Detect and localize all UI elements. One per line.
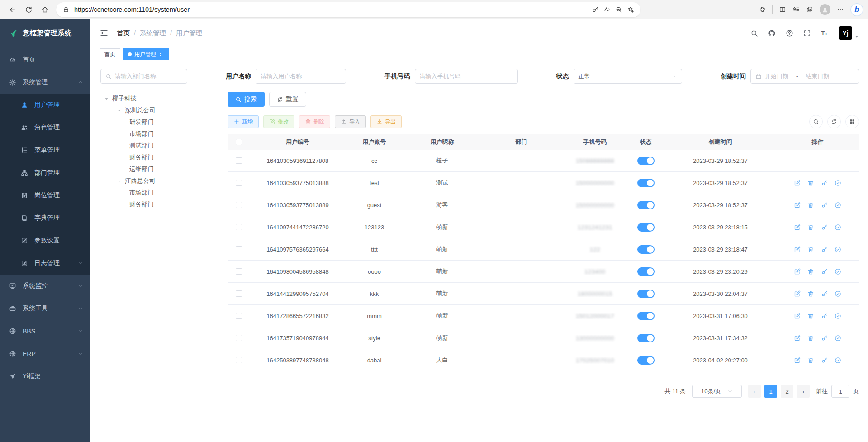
tree-node[interactable]: 深圳总公司 [100, 105, 228, 116]
sidebar-item[interactable]: 用户管理 [0, 94, 90, 116]
row-checkbox[interactable] [236, 290, 242, 297]
status-select[interactable]: 正常 [574, 69, 682, 84]
caret-down-icon[interactable] [117, 179, 122, 184]
sidebar-item[interactable]: 日志管理 [0, 252, 90, 275]
search-button[interactable]: 搜索 [228, 92, 265, 107]
edit-icon[interactable] [794, 268, 801, 275]
edit-icon[interactable] [794, 180, 801, 186]
status-toggle[interactable] [637, 157, 655, 165]
check-circle-icon[interactable] [835, 290, 841, 297]
delete-icon[interactable] [807, 357, 814, 364]
page-tab[interactable]: 首页 [100, 48, 120, 60]
breadcrumb-item[interactable]: 系统管理 [140, 29, 166, 38]
row-checkbox[interactable] [236, 246, 242, 252]
status-toggle[interactable] [637, 356, 655, 365]
tree-node[interactable]: 江西总公司 [100, 175, 228, 187]
modify-button[interactable]: 修改 [263, 115, 294, 128]
row-checkbox[interactable] [236, 313, 242, 319]
status-toggle[interactable] [637, 201, 655, 209]
delete-icon[interactable] [807, 180, 814, 186]
address-bar[interactable]: https://ccnetcore.com:1101/system/user [56, 2, 640, 17]
navbar-action-icon[interactable] [768, 29, 776, 37]
refresh-button[interactable] [827, 115, 841, 128]
sidebar-item[interactable]: 岗位管理 [0, 184, 90, 207]
page-size-select[interactable]: 10条/页 [692, 385, 742, 398]
row-checkbox[interactable] [236, 357, 242, 363]
key-icon[interactable] [821, 224, 828, 231]
edit-icon[interactable] [794, 224, 801, 231]
key-icon[interactable] [821, 357, 828, 364]
navbar-action-icon[interactable] [750, 29, 758, 37]
columns-button[interactable] [845, 115, 859, 128]
edit-icon[interactable] [794, 357, 801, 364]
status-toggle[interactable] [637, 223, 655, 232]
delete-icon[interactable] [807, 246, 814, 253]
url-text[interactable]: https://ccnetcore.com:1101/system/user [74, 6, 587, 13]
favorites-icon[interactable] [792, 6, 800, 13]
row-checkbox[interactable] [236, 335, 242, 341]
check-circle-icon[interactable] [835, 313, 841, 319]
extensions-icon[interactable] [759, 6, 766, 13]
split-screen-icon[interactable] [779, 6, 786, 13]
delete-icon[interactable] [807, 335, 814, 342]
tree-node[interactable]: 橙子科技 [100, 93, 228, 105]
navbar-action-icon[interactable] [786, 29, 793, 37]
tree-node[interactable]: 市场部门 [100, 128, 228, 140]
reset-button[interactable]: 重置 [269, 92, 306, 107]
tree-node[interactable]: 测试部门 [100, 140, 228, 152]
goto-page-input[interactable] [831, 385, 849, 398]
edit-icon[interactable] [794, 335, 801, 342]
sidebar-item[interactable]: BBS [0, 320, 90, 342]
phone-field[interactable] [420, 73, 513, 80]
check-circle-icon[interactable] [835, 180, 841, 186]
sidebar-item[interactable]: 部门管理 [0, 162, 90, 184]
add-button[interactable]: 新增 [228, 115, 259, 128]
collections-icon[interactable] [806, 6, 813, 13]
browser-home-button[interactable] [37, 2, 52, 17]
select-all-checkbox[interactable] [236, 139, 242, 145]
tree-node[interactable]: 财务部门 [100, 152, 228, 163]
key-icon[interactable] [821, 246, 828, 253]
username-field[interactable] [261, 73, 341, 80]
close-icon[interactable] [159, 52, 164, 57]
status-toggle[interactable] [637, 245, 655, 254]
key-icon[interactable] [821, 290, 828, 297]
profile-icon[interactable] [820, 4, 830, 15]
zoom-out-icon[interactable] [615, 6, 622, 13]
row-checkbox[interactable] [236, 268, 242, 275]
browser-back-button[interactable] [5, 2, 20, 17]
check-circle-icon[interactable] [835, 246, 841, 253]
edit-icon[interactable] [794, 202, 801, 209]
next-page-button[interactable]: › [797, 385, 810, 398]
import-button[interactable]: 导入 [335, 115, 366, 128]
check-circle-icon[interactable] [835, 357, 841, 364]
username-input[interactable] [256, 69, 346, 84]
export-button[interactable]: 导出 [370, 115, 402, 128]
user-avatar[interactable]: Yj [839, 26, 859, 40]
sidebar-item[interactable]: 系统管理 [0, 71, 90, 94]
tree-node[interactable]: 运维部门 [100, 163, 228, 175]
sidebar-item[interactable]: 字典管理 [0, 207, 90, 229]
delete-icon[interactable] [807, 268, 814, 275]
key-icon[interactable] [821, 180, 828, 186]
breadcrumb-item[interactable]: 用户管理 [176, 29, 202, 38]
phone-input[interactable] [415, 69, 518, 84]
sidebar-item[interactable]: 首页 [0, 48, 90, 71]
status-toggle[interactable] [637, 334, 655, 342]
row-checkbox[interactable] [236, 157, 242, 164]
delete-icon[interactable] [807, 224, 814, 231]
edit-icon[interactable] [794, 290, 801, 297]
sidebar-item[interactable]: 参数设置 [0, 229, 90, 252]
read-aloud-icon[interactable] [603, 6, 611, 13]
edit-icon[interactable] [794, 313, 801, 319]
tree-node[interactable]: 研发部门 [100, 116, 228, 128]
browser-reload-button[interactable] [21, 2, 36, 17]
more-icon[interactable] [837, 6, 844, 13]
caret-down-icon[interactable] [104, 96, 109, 101]
row-checkbox[interactable] [236, 224, 242, 230]
sidebar-item[interactable]: 系统工具 [0, 297, 90, 320]
tree-node[interactable]: 市场部门 [100, 187, 228, 199]
sidebar-item[interactable]: 系统监控 [0, 275, 90, 297]
tree-node[interactable]: 财务部门 [100, 199, 228, 210]
sidebar-collapse-icon[interactable] [100, 29, 109, 38]
